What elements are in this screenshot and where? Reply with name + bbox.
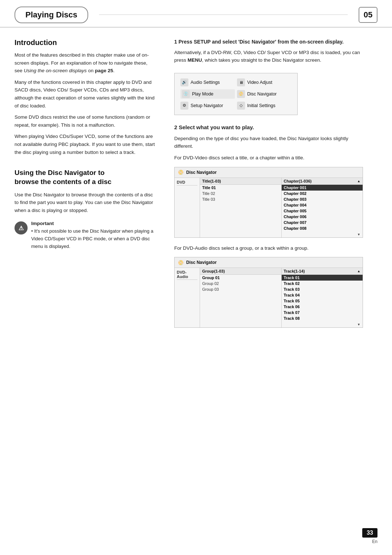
audio-scroll-down: ▼	[282, 321, 363, 327]
dvd-title-col: Title(1-03) Title 01 Title 02 Title 03	[200, 178, 282, 237]
dvd-chapter-004: Chapter 004	[282, 202, 363, 208]
page-header: Playing Discs 05	[0, 0, 392, 28]
page-number-badge: 33	[362, 528, 377, 538]
dvd-audio-track-02: Track 02	[282, 281, 363, 286]
dvd-chapter-001: Chapter 001	[282, 185, 363, 191]
page-title: Playing Discs	[15, 7, 88, 23]
content-area: Introduction Most of the features descri…	[0, 38, 392, 349]
dvd-audio-group-03: Group 03	[200, 286, 281, 292]
setup-navigator-icon: ⚙	[180, 102, 188, 110]
dvd-audio-nav-title: Disc Navigator	[186, 260, 217, 265]
dvd-nav-table: DVD Title(1-03) Title 01 Title 02 Title …	[175, 178, 363, 237]
dvd-title-03: Title 03	[200, 196, 281, 202]
intro-para-2: Many of the functions covered in this ch…	[15, 78, 156, 110]
dvd-chapter-002: Chapter 002	[282, 191, 363, 196]
step1-heading: 1 Press SETUP and select 'Disc Navigator…	[174, 38, 363, 46]
disc-nav-para: Use the Disc Navigator to browse through…	[15, 191, 156, 215]
initial-settings-label: Initial Settings	[247, 103, 275, 108]
important-label: Important	[31, 221, 156, 226]
dvd-disc-nav-box: 📀 Disc Navigator DVD Title(1-03) Title 0…	[174, 167, 363, 238]
right-column: 1 Press SETUP and select 'Disc Navigator…	[167, 38, 377, 334]
play-mode-icon: 💿	[182, 90, 190, 98]
intro-para-3: Some DVD discs restrict the use of some …	[15, 113, 156, 129]
page-lang: En	[372, 539, 377, 544]
page-number-header: 05	[359, 7, 377, 23]
menu-item-disc-nav: 📀 Disc Navigator	[237, 89, 291, 99]
important-text: • It's not possible to use the Disc Navi…	[31, 228, 156, 250]
disc-navigator-icon: 📀	[237, 90, 245, 98]
dvd-chapter-col: Chapter(1-036) ▲ Chapter 001 Chapter 002…	[282, 178, 363, 237]
dvd-audio-track-01: Track 01	[282, 275, 363, 281]
dvd-title-header: Title(1-03)	[200, 178, 281, 185]
intro-para-1: Most of the features described in this c…	[15, 51, 156, 75]
dvd-type: DVD	[177, 179, 197, 185]
page-footer: 33 En	[362, 528, 377, 544]
dvd-scroll-down: ▼	[282, 231, 363, 237]
video-adjust-label: Video Adjust	[247, 80, 272, 85]
dvd-chapter-007: Chapter 007	[282, 220, 363, 225]
step2-para3: For DVD-Audio discs select a group, or a…	[174, 244, 363, 252]
menu-screenshot: 🔊 Audio Settings 🖥 Video Adjust 💿 Play M…	[174, 73, 298, 115]
dvd-nav-icon: 📀	[177, 169, 184, 176]
dvd-audio-track-08: Track 08	[282, 315, 363, 321]
menu-item-setup-nav: ⚙ Setup Navigator	[180, 102, 235, 110]
dvd-chapter-008: Chapter 008	[282, 225, 363, 231]
important-box: ⚠ Important • It's not possible to use t…	[15, 221, 156, 250]
dvd-audio-track-col: Track(1-14) ▲ Track 01 Track 02 Track 03…	[282, 268, 363, 327]
disc-navigator-label: Disc Navigator	[247, 91, 277, 97]
dvd-audio-group-02: Group 02	[200, 281, 281, 286]
audio-settings-label: Audio Settings	[191, 80, 220, 85]
dvd-audio-group-01: Group 01	[200, 275, 281, 281]
dvd-chapter-003: Chapter 003	[282, 196, 363, 202]
dvd-nav-header: 📀 Disc Navigator	[175, 167, 363, 178]
menu-item-audio: 🔊 Audio Settings	[180, 78, 235, 86]
dvd-audio-track-05: Track 05	[282, 298, 363, 304]
step1-para: Alternatively, if a DVD-RW, CD, Video CD…	[174, 49, 363, 64]
dvd-audio-track-04: Track 04	[282, 292, 363, 298]
dvd-title-01: Title 01	[200, 185, 281, 191]
dvd-audio-group-col: Group(1-03) Group 01 Group 02 Group 03	[200, 268, 282, 327]
dvd-nav-title: Disc Navigator	[186, 170, 217, 175]
dvd-audio-track-header: Track(1-14) ▲	[282, 268, 363, 275]
header-left: Playing Discs	[15, 7, 88, 23]
intro-para-4: When playing Video CDs/Super VCD, some o…	[15, 132, 156, 156]
dvd-audio-nav-table: DVD-Audio Group(1-03) Group 01 Group 02 …	[175, 268, 363, 327]
audio-settings-icon: 🔊	[180, 78, 188, 86]
left-column: Introduction Most of the features descri…	[0, 38, 167, 334]
audio-scroll-up-arrow: ▲	[357, 269, 360, 273]
dvd-audio-track-07: Track 07	[282, 310, 363, 315]
initial-settings-icon: ◇	[237, 102, 245, 110]
scroll-up-arrow: ▲	[357, 179, 360, 183]
setup-navigator-label: Setup Navigator	[191, 103, 223, 108]
dvd-audio-nav-header: 📀 Disc Navigator	[175, 257, 363, 268]
dvd-audio-nav-icon: 📀	[177, 259, 184, 266]
menu-item-play: 💿 Play Mode	[180, 89, 235, 99]
dvd-audio-group-header: Group(1-03)	[200, 268, 281, 275]
page-wrapper: Playing Discs 05 Introduction Most of th…	[0, 0, 392, 349]
disc-nav-section-title: Using the Disc Navigator to browse the c…	[15, 168, 156, 186]
important-icon: ⚠	[15, 221, 28, 234]
menu-item-video: 🖥 Video Adjust	[237, 78, 291, 86]
header-right: 05	[359, 7, 377, 23]
dvd-chapter-header: Chapter(1-036) ▲	[282, 178, 363, 185]
dvd-audio-track-06: Track 06	[282, 304, 363, 310]
menu-grid: 🔊 Audio Settings 🖥 Video Adjust 💿 Play M…	[180, 78, 291, 110]
dvd-chapter-006: Chapter 006	[282, 214, 363, 220]
menu-item-initial: ◇ Initial Settings	[237, 102, 291, 110]
important-content: Important • It's not possible to use the…	[31, 221, 156, 250]
dvd-audio-col-label: DVD-Audio	[175, 268, 200, 327]
dvd-col-label: DVD	[175, 178, 200, 237]
video-adjust-icon: 🖥	[237, 78, 245, 86]
step2-para1: Depending on the type of disc you have l…	[174, 135, 363, 150]
dvd-audio-type: DVD-Audio	[177, 269, 197, 280]
dvd-audio-disc-nav-box: 📀 Disc Navigator DVD-Audio Group(1-03) G…	[174, 257, 363, 328]
play-mode-label: Play Mode	[192, 91, 213, 97]
intro-title: Introduction	[15, 38, 156, 47]
dvd-chapter-005: Chapter 005	[282, 208, 363, 214]
dvd-title-02: Title 02	[200, 191, 281, 196]
step2-para2: For DVD-Video discs select a title, or a…	[174, 154, 363, 162]
step2-heading: 2 Select what you want to play.	[174, 123, 363, 132]
dvd-audio-track-03: Track 03	[282, 286, 363, 292]
